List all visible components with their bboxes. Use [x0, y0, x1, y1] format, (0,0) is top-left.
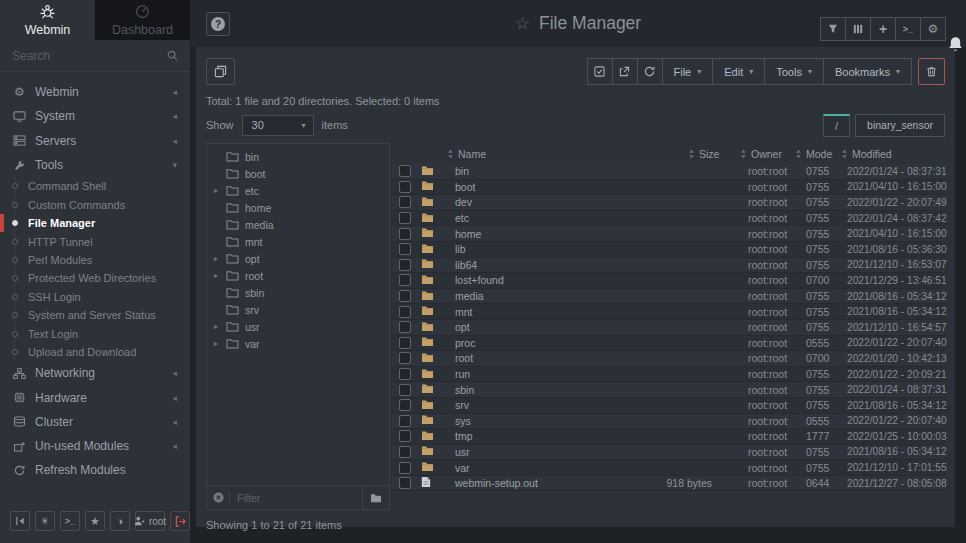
table-row-opt[interactable]: optroot:root07552021/12/10 - 16:54:57 [392, 320, 945, 336]
sidebar-item-networking[interactable]: Networking◂ [0, 361, 190, 385]
row-checkbox[interactable] [399, 337, 411, 349]
table-row-srv[interactable]: srvroot:root07552021/08/16 - 05:34:12 [392, 398, 945, 414]
sidebar-item-un-used-modules[interactable]: Un-used Modules◂ [0, 434, 190, 458]
column-header-mode[interactable]: Mode [788, 148, 833, 160]
row-checkbox[interactable] [399, 399, 411, 411]
terminal-button[interactable]: >_ [895, 17, 921, 41]
file-name[interactable]: lib [442, 243, 636, 255]
create-button[interactable]: + [870, 17, 896, 41]
tree-filter-input[interactable] [230, 491, 362, 505]
file-name[interactable]: sbin [442, 384, 636, 396]
sidebar-item-perl-modules[interactable]: Perl Modules [0, 251, 190, 269]
table-row-dev[interactable]: devroot:root07552022/01/22 - 20:07:49 [392, 195, 945, 211]
expand-arrow-icon[interactable]: ▸ [214, 271, 226, 280]
table-row-lib[interactable]: libroot:root07552021/08/16 - 05:36:30 [392, 242, 945, 258]
select-all-button[interactable] [587, 58, 613, 85]
table-row-root[interactable]: rootroot:root07002022/01/20 - 10:42:13 [392, 351, 945, 367]
copy-button[interactable] [206, 58, 235, 85]
table-row-var[interactable]: varroot:root07552021/12/10 - 17:01:55 [392, 460, 945, 476]
expand-arrow-icon[interactable]: ▸ [214, 186, 226, 195]
row-checkbox[interactable] [399, 477, 411, 489]
collapse-sidebar-button[interactable] [10, 511, 30, 531]
logout-button[interactable] [170, 511, 190, 531]
favorite-star-icon[interactable]: ☆ [515, 13, 530, 34]
file-name[interactable]: lib64 [442, 259, 636, 271]
file-name[interactable]: run [442, 368, 636, 380]
row-checkbox[interactable] [399, 430, 411, 442]
tree-folder-button[interactable] [362, 486, 389, 509]
table-row-sys[interactable]: sysroot:root05552022/01/22 - 20:07:40 [392, 414, 945, 430]
file-name[interactable]: boot [442, 181, 636, 193]
column-header-owner[interactable]: Owner [718, 148, 788, 160]
table-row-bin[interactable]: binroot:root07552022/01/24 - 08:37:31 [392, 164, 945, 180]
theme-button[interactable]: ◑ [110, 511, 130, 531]
tree-item-usr[interactable]: ▸usr [207, 318, 389, 335]
file-name[interactable]: media [442, 290, 636, 302]
file-name[interactable]: srv [442, 399, 636, 411]
file-name[interactable]: var [442, 462, 636, 474]
tree-item-home[interactable]: home [207, 199, 389, 216]
file-name[interactable]: home [442, 228, 636, 240]
filter-button[interactable] [820, 17, 846, 41]
favorites-button[interactable]: ★ [85, 511, 105, 531]
file-name[interactable]: mnt [442, 306, 636, 318]
table-row-media[interactable]: mediaroot:root07552021/08/16 - 05:34:12 [392, 289, 945, 305]
table-row-lib64[interactable]: lib64root:root07552021/12/10 - 16:53:07 [392, 258, 945, 274]
tree-item-var[interactable]: ▸var [207, 335, 389, 352]
clear-filter-icon[interactable] [213, 492, 224, 503]
page-size-select[interactable]: 30 ▾ [242, 115, 314, 136]
row-checkbox[interactable] [399, 181, 411, 193]
file-name[interactable]: etc [442, 212, 636, 224]
sidebar-item-upload-and-download[interactable]: Upload and Download [0, 343, 190, 361]
sidebar-item-tools[interactable]: Tools▾ [0, 153, 190, 177]
table-row-run[interactable]: runroot:root07552022/01/22 - 20:09:21 [392, 367, 945, 383]
sidebar-item-file-manager[interactable]: File Manager [0, 214, 190, 232]
table-row-usr[interactable]: usrroot:root07552021/08/16 - 05:34:12 [392, 445, 945, 461]
shell-button[interactable]: >_ [60, 511, 80, 531]
breadcrumb-root-button[interactable]: / [823, 114, 850, 137]
row-checkbox[interactable] [399, 212, 411, 224]
export-button[interactable] [612, 58, 638, 85]
tree-item-media[interactable]: media [207, 216, 389, 233]
table-row-lost-found[interactable]: lost+foundroot:root07002021/12/29 - 13:4… [392, 273, 945, 289]
sidebar-item-hardware[interactable]: Hardware◂ [0, 385, 190, 409]
row-checkbox[interactable] [399, 243, 411, 255]
sidebar-item-servers[interactable]: Servers◂ [0, 129, 190, 153]
row-checkbox[interactable] [399, 368, 411, 380]
row-checkbox[interactable] [399, 196, 411, 208]
table-row-proc[interactable]: procroot:root05552022/01/22 - 20:07:40 [392, 336, 945, 352]
table-row-tmp[interactable]: tmproot:root17772022/01/25 - 10:00:03 [392, 429, 945, 445]
settings-button[interactable]: ⚙ [920, 17, 946, 41]
tree-item-srv[interactable]: srv [207, 301, 389, 318]
sidebar-item-http-tunnel[interactable]: HTTP Tunnel [0, 232, 190, 250]
file-name[interactable]: usr [442, 446, 636, 458]
file-name[interactable]: opt [442, 321, 636, 333]
row-checkbox[interactable] [399, 290, 411, 302]
table-row-mnt[interactable]: mntroot:root07552021/08/16 - 05:34:12 [392, 304, 945, 320]
expand-arrow-icon[interactable]: ▸ [214, 322, 226, 331]
user-button[interactable]: root [135, 511, 165, 531]
delete-button[interactable] [918, 58, 945, 85]
breadcrumb-current-button[interactable]: binary_sensor [855, 114, 945, 137]
file-name[interactable]: bin [442, 165, 636, 177]
tree-item-mnt[interactable]: mnt [207, 233, 389, 250]
tree-item-sbin[interactable]: sbin [207, 284, 389, 301]
row-checkbox[interactable] [399, 259, 411, 271]
columns-button[interactable] [845, 17, 871, 41]
file-name[interactable]: root [442, 352, 636, 364]
sidebar-item-cluster[interactable]: Cluster◂ [0, 410, 190, 434]
help-button[interactable]: ? [206, 12, 230, 36]
sidebar-item-refresh-modules[interactable]: Refresh Modules [0, 458, 190, 482]
tools-menu-button[interactable]: Tools ▾ [764, 58, 824, 85]
table-row-sbin[interactable]: sbinroot:root07552022/01/24 - 08:37:31 [392, 382, 945, 398]
row-checkbox[interactable] [399, 446, 411, 458]
bookmarks-menu-button[interactable]: Bookmarks ▾ [823, 58, 912, 85]
column-header-size[interactable]: Size [636, 148, 718, 160]
file-name[interactable]: webmin-setup.out [442, 477, 636, 489]
row-checkbox[interactable] [399, 352, 411, 364]
sidebar-item-protected-web-directories[interactable]: Protected Web Directories [0, 269, 190, 287]
table-row-webmin-setup-out[interactable]: webmin-setup.out918 bytesroot:root064420… [392, 476, 945, 492]
tree-item-etc[interactable]: ▸etc [207, 182, 389, 199]
table-row-etc[interactable]: etcroot:root07552022/01/24 - 08:37:42 [392, 211, 945, 227]
tab-dashboard[interactable]: Dashboard [95, 0, 190, 40]
